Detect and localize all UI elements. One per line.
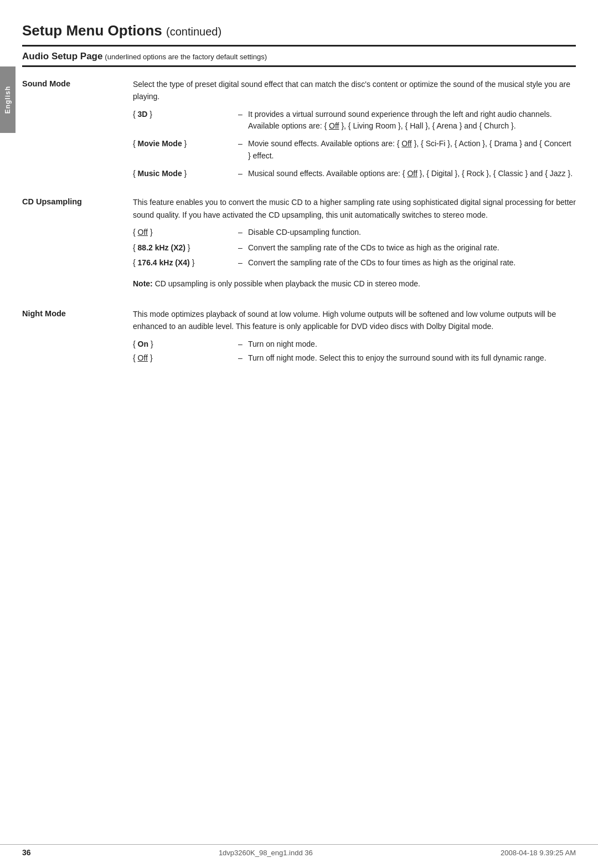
cd-upsampling-intro: This feature enables you to convert the … [133, 196, 576, 221]
sound-mode-options: { 3D } – It provides a virtual surround … [133, 107, 576, 181]
cd-upsampling-options: { Off } – Disable CD-upsampling function… [133, 225, 576, 270]
option-movie-mode: { Movie Mode } – Movie sound effects. Av… [133, 133, 576, 163]
sound-mode-intro: Select the type of preset digital sound … [133, 78, 576, 103]
section-header: Audio Setup Page (underlined options are… [22, 45, 576, 67]
sound-mode-body: Select the type of preset digital sound … [133, 78, 576, 181]
opt-882-key: { 88.2 kHz (X2) } [133, 240, 233, 255]
opt-on-key: { On } [133, 337, 233, 352]
opt-night-off-dash: – [233, 351, 248, 366]
night-mode-row: Night Mode This mode optimizes playback … [22, 308, 576, 366]
opt-1764-key: { 176.4 kHz (X4) } [133, 255, 233, 270]
opt-882-val: Convert the sampling rate of the CDs to … [248, 240, 576, 255]
opt-882-dash: – [233, 240, 248, 255]
opt-1764-dash: – [233, 255, 248, 270]
opt-music-key: { Music Mode } [133, 163, 233, 181]
main-content: Setup Menu Options (continued) Audio Set… [22, 0, 576, 366]
night-mode-options: { On } – Turn on night mode. { Off } – T… [133, 337, 576, 366]
night-mode-label: Night Mode [22, 308, 133, 366]
side-tab-label: English [4, 86, 12, 114]
footer-file: 1dvp3260K_98_eng1.indd 36 [219, 849, 313, 857]
opt-off-val: Disable CD-upsampling function. [248, 225, 576, 240]
option-music-mode: { Music Mode } – Musical sound effects. … [133, 163, 576, 181]
opt-off-dash: – [233, 225, 248, 240]
page-title: Setup Menu Options (continued) [22, 22, 221, 39]
option-off: { Off } – Disable CD-upsampling function… [133, 225, 576, 240]
sound-mode-row: Sound Mode Select the type of preset dig… [22, 78, 576, 181]
night-mode-body: This mode optimizes playback of sound at… [133, 308, 576, 366]
opt-night-off-key: { Off } [133, 351, 233, 366]
cd-upsampling-label: CD Upsampling [22, 196, 133, 292]
night-mode-intro: This mode optimizes playback of sound at… [133, 308, 576, 333]
page-wrapper: English Setup Menu Options (continued) A… [0, 0, 598, 868]
cd-upsampling-row: CD Upsampling This feature enables you t… [22, 196, 576, 292]
opt-1764-val: Convert the sampling rate of the CDs to … [248, 255, 576, 270]
page-footer: 36 1dvp3260K_98_eng1.indd 36 2008-04-18 … [0, 844, 598, 857]
opt-on-dash: – [233, 337, 248, 352]
page-title-block: Setup Menu Options (continued) [22, 22, 576, 39]
sound-mode-label: Sound Mode [22, 78, 133, 181]
page-number: 36 [22, 848, 31, 857]
opt-off-key: { Off } [133, 225, 233, 240]
opt-movie-dash: – [233, 133, 248, 163]
opt-3d-key: { 3D } [133, 107, 233, 133]
option-882: { 88.2 kHz (X2) } – Convert the sampling… [133, 240, 576, 255]
opt-music-val: Musical sound effects. Available options… [248, 163, 576, 181]
opt-movie-key: { Movie Mode } [133, 133, 233, 163]
option-night-off: { Off } – Turn off night mode. Select th… [133, 351, 576, 366]
opt-on-val: Turn on night mode. [248, 337, 576, 352]
option-3d: { 3D } – It provides a virtual surround … [133, 107, 576, 133]
opt-music-dash: – [233, 163, 248, 181]
footer-date: 2008-04-18 9.39:25 AM [501, 849, 576, 857]
opt-movie-val: Movie sound effects. Available options a… [248, 133, 576, 163]
cd-upsampling-body: This feature enables you to convert the … [133, 196, 576, 292]
option-on: { On } – Turn on night mode. [133, 337, 576, 352]
cd-upsampling-note: Note: CD upsampling is only possible whe… [133, 278, 576, 290]
option-1764: { 176.4 kHz (X4) } – Convert the samplin… [133, 255, 576, 270]
opt-3d-val: It provides a virtual surround sound exp… [248, 107, 576, 133]
page-title-continued: (continued) [166, 25, 221, 38]
section-title: Audio Setup Page [22, 51, 102, 61]
opt-3d-dash: – [233, 107, 248, 133]
side-tab: English [0, 66, 16, 133]
section-subtitle: (underlined options are the factory defa… [105, 53, 267, 61]
page-title-text: Setup Menu Options [22, 22, 162, 39]
opt-night-off-val: Turn off night mode. Select this to enjo… [248, 351, 576, 366]
footer-left: 36 [22, 848, 31, 857]
